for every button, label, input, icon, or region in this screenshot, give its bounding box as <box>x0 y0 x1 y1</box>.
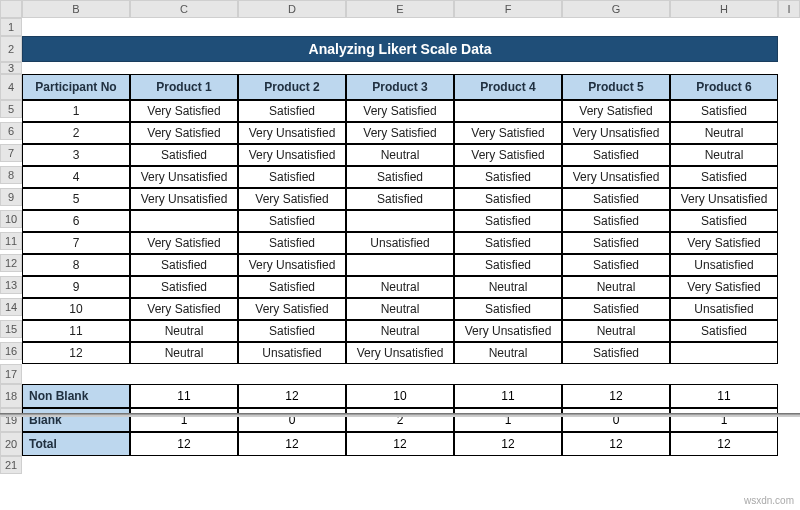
data-cell[interactable]: Very Satisfied <box>130 100 238 122</box>
data-cell[interactable]: Very Satisfied <box>454 144 562 166</box>
cell-blank[interactable] <box>778 342 800 364</box>
data-cell[interactable]: Neutral <box>670 144 778 166</box>
cell-blank[interactable] <box>562 456 670 478</box>
cell-blank[interactable] <box>562 364 670 384</box>
col-header-B[interactable]: B <box>22 0 130 18</box>
cell-blank[interactable] <box>778 62 800 74</box>
data-cell[interactable]: Satisfied <box>670 100 778 122</box>
participant-no[interactable]: 7 <box>22 232 130 254</box>
data-cell[interactable]: Satisfied <box>562 254 670 276</box>
participant-no[interactable]: 8 <box>22 254 130 276</box>
data-cell[interactable]: Neutral <box>130 320 238 342</box>
cell-blank[interactable] <box>130 456 238 478</box>
summary-value[interactable]: 1 <box>130 408 238 432</box>
data-cell[interactable]: Very Unsatisfied <box>238 122 346 144</box>
data-cell[interactable]: Satisfied <box>238 166 346 188</box>
selectall-corner[interactable] <box>0 0 22 18</box>
row-header-1[interactable]: 1 <box>0 18 22 36</box>
cell-blank[interactable] <box>778 18 800 32</box>
participant-no[interactable]: 11 <box>22 320 130 342</box>
cell-blank[interactable] <box>238 18 346 32</box>
data-cell[interactable]: Satisfied <box>454 298 562 320</box>
data-cell[interactable]: Very Satisfied <box>130 122 238 144</box>
data-cell[interactable]: Neutral <box>346 144 454 166</box>
row-header-14[interactable]: 14 <box>0 298 22 316</box>
cell-blank[interactable] <box>778 276 800 298</box>
summary-value[interactable]: 1 <box>454 408 562 432</box>
data-cell[interactable]: Neutral <box>454 276 562 298</box>
data-cell[interactable]: Unsatisfied <box>670 254 778 276</box>
data-cell[interactable]: Very Satisfied <box>346 122 454 144</box>
pane-split-line[interactable] <box>0 413 800 417</box>
row-header-19[interactable]: 19 <box>0 408 22 432</box>
row-header-10[interactable]: 10 <box>0 210 22 228</box>
data-cell[interactable]: Very Unsatisfied <box>130 188 238 210</box>
cell-blank[interactable] <box>778 364 800 384</box>
cell-blank[interactable] <box>778 320 800 342</box>
row-header-15[interactable]: 15 <box>0 320 22 338</box>
data-cell[interactable]: Satisfied <box>562 144 670 166</box>
data-cell[interactable]: Satisfied <box>346 166 454 188</box>
cell-blank[interactable] <box>454 456 562 478</box>
data-cell[interactable]: Very Unsatisfied <box>130 166 238 188</box>
cell-blank[interactable] <box>778 232 800 254</box>
data-cell[interactable]: Satisfied <box>562 342 670 364</box>
cell-blank[interactable] <box>778 432 800 456</box>
cell-blank[interactable] <box>130 62 238 74</box>
row-header-17[interactable]: 17 <box>0 364 22 384</box>
data-cell[interactable]: Neutral <box>670 122 778 144</box>
cell-blank[interactable] <box>346 456 454 478</box>
cell-blank[interactable] <box>670 18 778 32</box>
col-header-H[interactable]: H <box>670 0 778 18</box>
row-header-13[interactable]: 13 <box>0 276 22 294</box>
data-cell[interactable]: Very Unsatisfied <box>454 320 562 342</box>
participant-no[interactable]: 5 <box>22 188 130 210</box>
data-cell[interactable]: Very Satisfied <box>670 276 778 298</box>
data-cell[interactable]: Satisfied <box>130 276 238 298</box>
cell-blank[interactable] <box>778 36 800 62</box>
data-cell[interactable]: Very Satisfied <box>346 100 454 122</box>
data-cell[interactable]: Satisfied <box>130 254 238 276</box>
summary-value[interactable]: 1 <box>670 408 778 432</box>
row-header-3[interactable]: 3 <box>0 62 22 74</box>
data-cell[interactable]: Neutral <box>346 320 454 342</box>
data-cell[interactable]: Satisfied <box>238 100 346 122</box>
cell-blank[interactable] <box>454 18 562 32</box>
row-header-4[interactable]: 4 <box>0 74 22 100</box>
data-cell[interactable]: Neutral <box>562 276 670 298</box>
participant-no[interactable]: 6 <box>22 210 130 232</box>
cell-blank[interactable] <box>238 62 346 74</box>
cell-blank[interactable] <box>778 166 800 188</box>
col-header-E[interactable]: E <box>346 0 454 18</box>
summary-value[interactable]: 10 <box>346 384 454 408</box>
row-header-2[interactable]: 2 <box>0 36 22 62</box>
data-cell[interactable] <box>670 342 778 364</box>
summary-value[interactable]: 12 <box>238 432 346 456</box>
data-cell[interactable]: Satisfied <box>238 276 346 298</box>
cell-blank[interactable] <box>22 364 130 384</box>
data-cell[interactable]: Satisfied <box>670 166 778 188</box>
participant-no[interactable]: 4 <box>22 166 130 188</box>
data-cell[interactable]: Satisfied <box>562 298 670 320</box>
summary-value[interactable]: 12 <box>130 432 238 456</box>
col-header-F[interactable]: F <box>454 0 562 18</box>
participant-no[interactable]: 1 <box>22 100 130 122</box>
data-cell[interactable]: Unsatisfied <box>238 342 346 364</box>
data-cell[interactable]: Very Unsatisfied <box>238 144 346 166</box>
summary-value[interactable]: 11 <box>130 384 238 408</box>
summary-value[interactable]: 12 <box>238 384 346 408</box>
summary-value[interactable]: 12 <box>346 432 454 456</box>
data-cell[interactable]: Very Unsatisfied <box>670 188 778 210</box>
cell-blank[interactable] <box>778 408 800 432</box>
cell-blank[interactable] <box>778 456 800 478</box>
cell-blank[interactable] <box>454 364 562 384</box>
col-header-C[interactable]: C <box>130 0 238 18</box>
data-cell[interactable] <box>346 254 454 276</box>
cell-blank[interactable] <box>22 62 130 74</box>
participant-no[interactable]: 12 <box>22 342 130 364</box>
data-cell[interactable]: Satisfied <box>238 320 346 342</box>
row-header-5[interactable]: 5 <box>0 100 22 118</box>
summary-value[interactable]: 12 <box>670 432 778 456</box>
data-cell[interactable]: Neutral <box>346 276 454 298</box>
cell-blank[interactable] <box>778 144 800 166</box>
